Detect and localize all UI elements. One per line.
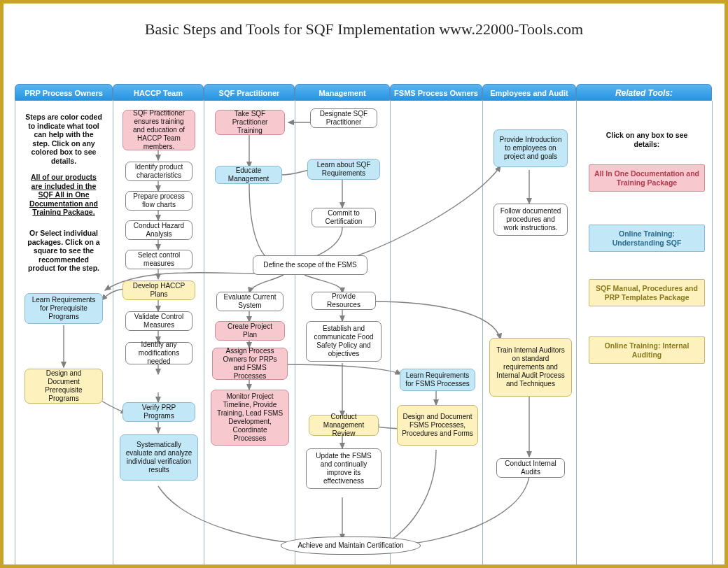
box-sqf-take[interactable]: Take SQF Practitioner Training (215, 110, 285, 135)
box-mgmt-resources[interactable]: Provide Resources (312, 292, 376, 310)
box-mgmt-designate[interactable]: Designate SQF Practitioner (310, 108, 377, 128)
box-mgmt-learn[interactable]: Learn about SQF Requirements (307, 159, 380, 180)
oval-certification[interactable]: Achieve and Maintain Certification (281, 537, 421, 555)
intro-p3: Or Select individual packages. Click on … (20, 226, 107, 276)
box-mgmt-commit[interactable]: Commit to Certification (312, 208, 376, 227)
box-fsms-design[interactable]: Design and Document FSMS Processes, Proc… (397, 405, 478, 446)
box-fsms-learn[interactable]: Learn Requirements for FSMS Processes (400, 369, 475, 391)
box-haccp-mods[interactable]: Identify any modifications needed (125, 342, 192, 364)
tool-manual-procedures[interactable]: SQF Manual, Procedures and PRP Templates… (589, 279, 705, 306)
box-haccp-eval[interactable]: Systematically evaluate and analyze indi… (120, 434, 198, 481)
box-mgmt-review[interactable]: Conduct Management Review (309, 415, 379, 436)
lane-divider (204, 101, 204, 565)
box-emp-train[interactable]: Train Internal Auditors on standard requ… (489, 338, 572, 397)
box-haccp-flow[interactable]: Prepare process flow charts (125, 191, 192, 211)
box-emp-follow[interactable]: Follow documented procedures and work in… (493, 204, 568, 236)
lane-header-sqf: SQF Practitioner (204, 84, 295, 101)
lane-header-prp: PRP Process Owners (15, 84, 113, 101)
box-haccp-develop[interactable]: Develop HACCP Plans (122, 281, 195, 300)
box-emp-audit[interactable]: Conduct Internal Audits (496, 458, 565, 478)
lane-divider (390, 101, 391, 565)
box-sqf-monitor[interactable]: Monitor Project Timeline, Provide Traini… (211, 390, 289, 446)
intro-p1: Steps are color coded to indicate what t… (20, 110, 107, 169)
lane-header-haccp: HACCP Team (113, 84, 204, 101)
box-sqf-scope[interactable]: Define the scope of the FSMS (253, 255, 368, 275)
lane-header-mgmt: Management (295, 84, 390, 101)
box-sqf-eval[interactable]: Evaluate Current System (216, 292, 284, 311)
box-haccp-control[interactable]: Select control measures (125, 250, 192, 269)
lane-divider (295, 101, 295, 565)
related-tools-hint: Click on any box to see details: (594, 128, 699, 151)
page-title: Basic Steps and Tools for SQF Implementa… (4, 20, 724, 38)
box-haccp-verify[interactable]: Verify PRP Programs (122, 402, 195, 422)
box-mgmt-update[interactable]: Update the FSMS and continually improve … (306, 448, 382, 489)
lane-divider (113, 101, 113, 565)
box-mgmt-policy[interactable]: Establish and communicate Food Safety Po… (306, 321, 382, 362)
box-haccp-validate[interactable]: Validate Control Measures (125, 311, 192, 331)
tool-all-in-one[interactable]: All In One Documentation and Training Pa… (589, 164, 705, 192)
intro-p2: All of our products are included in the … (20, 170, 107, 220)
lane-divider (576, 101, 577, 565)
tool-online-understanding[interactable]: Online Training: Understanding SQF (589, 225, 705, 252)
box-haccp-train[interactable]: SQF Practitioner ensures training and ed… (122, 110, 195, 150)
lane-divider (482, 101, 483, 565)
lane-header-fsms: FSMS Process Owners (390, 84, 482, 101)
box-emp-intro[interactable]: Provide Introduction to employees on pro… (493, 129, 568, 167)
box-sqf-plan[interactable]: Create Project Plan (215, 321, 285, 341)
box-prp-learn[interactable]: Learn Requirements for Prerequisite Prog… (24, 293, 103, 324)
tool-online-auditing[interactable]: Online Training: Internal Auditing (589, 336, 705, 364)
box-haccp-identify[interactable]: Identify product characteristics (125, 162, 192, 181)
box-haccp-hazard[interactable]: Conduct Hazard Analysis (125, 220, 192, 240)
box-sqf-educate[interactable]: Educate Management (215, 166, 282, 184)
box-sqf-assign[interactable]: Assign Process Owners for PRPs and FSMS … (212, 348, 288, 380)
box-prp-design[interactable]: Design and Document Prerequisite Program… (24, 369, 103, 404)
lane-header-emp: Employees and Audit Team (482, 84, 576, 101)
lane-header-tools: Related Tools: (576, 84, 712, 101)
